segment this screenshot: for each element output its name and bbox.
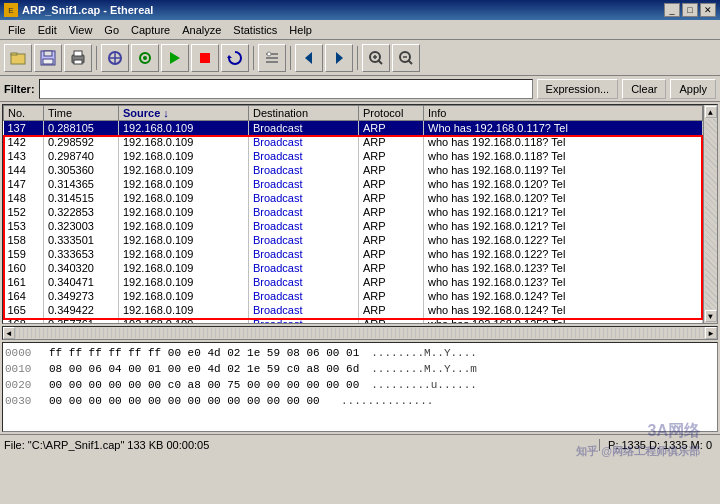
hex-row: 003000 00 00 00 00 00 00 00 00 00 00 00 … <box>5 393 715 409</box>
window-title: ARP_Snif1.cap - Ethereal <box>22 4 153 16</box>
apply-button[interactable]: Apply <box>670 79 716 99</box>
toolbar-separator-2 <box>253 46 254 70</box>
packet-table-body: 1370.288105192.168.0.109BroadcastARPWho … <box>4 121 703 324</box>
status-packet-count: P: 1335 D: 1335 M: 0 <box>600 439 720 451</box>
go-back-button[interactable] <box>295 44 323 72</box>
menu-go[interactable]: Go <box>98 22 125 38</box>
maximize-button[interactable]: □ <box>682 3 698 17</box>
table-row[interactable]: 1650.349422192.168.0.109BroadcastARPwho … <box>4 303 703 317</box>
capture-options-button[interactable] <box>131 44 159 72</box>
menu-bar: File Edit View Go Capture Analyze Statis… <box>0 20 720 40</box>
hex-row: 002000 00 00 00 00 00 c0 a8 00 75 00 00 … <box>5 377 715 393</box>
packet-list-scroll[interactable]: No. Time Source ↓ Destination Protocol I… <box>3 105 703 323</box>
open-button[interactable] <box>4 44 32 72</box>
svg-marker-15 <box>227 55 232 58</box>
menu-edit[interactable]: Edit <box>32 22 63 38</box>
toolbar <box>0 40 720 76</box>
toolbar-separator-3 <box>290 46 291 70</box>
table-row[interactable]: 1590.333653192.168.0.109BroadcastARPwho … <box>4 247 703 261</box>
menu-capture[interactable]: Capture <box>125 22 176 38</box>
table-row[interactable]: 1480.314515192.168.0.109BroadcastARPwho … <box>4 191 703 205</box>
go-forward-button[interactable] <box>325 44 353 72</box>
svg-marker-13 <box>170 52 180 64</box>
svg-point-19 <box>267 52 271 56</box>
table-row[interactable]: 1640.349273192.168.0.109BroadcastARPwho … <box>4 289 703 303</box>
table-row[interactable]: 1370.288105192.168.0.109BroadcastARPWho … <box>4 121 703 136</box>
title-bar: E ARP_Snif1.cap - Ethereal _ □ ✕ <box>0 0 720 20</box>
packet-table-header: No. Time Source ↓ Destination Protocol I… <box>4 106 703 121</box>
table-row[interactable]: 1520.322853192.168.0.109BroadcastARPwho … <box>4 205 703 219</box>
filter-bar: Filter: Expression... Clear Apply <box>0 76 720 102</box>
toolbar-separator-1 <box>96 46 97 70</box>
menu-help[interactable]: Help <box>283 22 318 38</box>
close-button[interactable]: ✕ <box>700 3 716 17</box>
hex-detail-pane: 0000ff ff ff ff ff ff 00 e0 4d 02 1e 59 … <box>2 342 718 432</box>
col-protocol: Protocol <box>359 106 424 121</box>
menu-view[interactable]: View <box>63 22 99 38</box>
capture-stop-button[interactable] <box>191 44 219 72</box>
zoom-in-button[interactable] <box>362 44 390 72</box>
capture-restart-button[interactable] <box>221 44 249 72</box>
hex-row: 0000ff ff ff ff ff ff 00 e0 4d 02 1e 59 … <box>5 345 715 361</box>
interface-button[interactable] <box>101 44 129 72</box>
menu-statistics[interactable]: Statistics <box>227 22 283 38</box>
table-row[interactable]: 1470.314365192.168.0.109BroadcastARPwho … <box>4 177 703 191</box>
horizontal-scrollbar[interactable]: ◄ ► <box>2 326 718 340</box>
scrollbar-up-arrow[interactable]: ▲ <box>705 106 717 118</box>
col-destination: Destination <box>249 106 359 121</box>
table-row[interactable]: 1440.305360192.168.0.109BroadcastARPwho … <box>4 163 703 177</box>
table-row[interactable]: 1680.357761192.168.0.109BroadcastARPwho … <box>4 317 703 323</box>
svg-marker-21 <box>336 52 343 64</box>
svg-rect-1 <box>11 53 17 55</box>
svg-rect-3 <box>44 51 52 56</box>
svg-marker-20 <box>305 52 312 64</box>
packet-table: No. Time Source ↓ Destination Protocol I… <box>3 105 703 323</box>
status-bar: File: "C:\ARP_Snif1.cap" 133 KB 00:00:05… <box>0 434 720 454</box>
svg-rect-18 <box>266 61 278 63</box>
table-row[interactable]: 1530.323003192.168.0.109BroadcastARPwho … <box>4 219 703 233</box>
toolbar-separator-4 <box>357 46 358 70</box>
hex-row: 001008 00 06 04 00 01 00 e0 4d 02 1e 59 … <box>5 361 715 377</box>
table-row[interactable]: 1580.333501192.168.0.109BroadcastARPwho … <box>4 233 703 247</box>
print-button[interactable] <box>64 44 92 72</box>
svg-rect-4 <box>43 59 53 64</box>
svg-rect-6 <box>74 51 82 56</box>
svg-line-23 <box>378 60 382 64</box>
expression-button[interactable]: Expression... <box>537 79 619 99</box>
clear-button[interactable]: Clear <box>622 79 666 99</box>
svg-rect-14 <box>200 53 210 63</box>
menu-file[interactable]: File <box>2 22 32 38</box>
save-button[interactable] <box>34 44 62 72</box>
horizontal-scroll-track <box>15 328 705 338</box>
status-file-info: File: "C:\ARP_Snif1.cap" 133 KB 00:00:05 <box>0 439 600 451</box>
zoom-out-button[interactable] <box>392 44 420 72</box>
table-row[interactable]: 1430.298740192.168.0.109BroadcastARPwho … <box>4 149 703 163</box>
scroll-right-arrow[interactable]: ► <box>705 327 717 339</box>
filter-input[interactable] <box>39 79 533 99</box>
menu-analyze[interactable]: Analyze <box>176 22 227 38</box>
window-controls: _ □ ✕ <box>664 3 716 17</box>
svg-rect-17 <box>266 57 278 59</box>
table-row[interactable]: 1600.340320192.168.0.109BroadcastARPwho … <box>4 261 703 275</box>
table-row[interactable]: 1610.340471192.168.0.109BroadcastARPwho … <box>4 275 703 289</box>
app-icon: E <box>4 3 18 17</box>
filter-label: Filter: <box>4 83 35 95</box>
scrollbar-track <box>705 119 717 309</box>
table-row[interactable]: 1420.298592192.168.0.109BroadcastARPwho … <box>4 135 703 149</box>
svg-point-12 <box>143 56 147 60</box>
svg-rect-7 <box>74 60 82 64</box>
col-source: Source ↓ <box>119 106 249 121</box>
col-time: Time <box>44 106 119 121</box>
minimize-button[interactable]: _ <box>664 3 680 17</box>
scrollbar-down-arrow[interactable]: ▼ <box>705 310 717 322</box>
edit-prefs-button[interactable] <box>258 44 286 72</box>
col-info: Info <box>424 106 703 121</box>
scroll-left-arrow[interactable]: ◄ <box>3 327 15 339</box>
packet-list-section: No. Time Source ↓ Destination Protocol I… <box>2 104 718 324</box>
col-no: No. <box>4 106 44 121</box>
svg-line-27 <box>408 60 412 64</box>
capture-start-button[interactable] <box>161 44 189 72</box>
